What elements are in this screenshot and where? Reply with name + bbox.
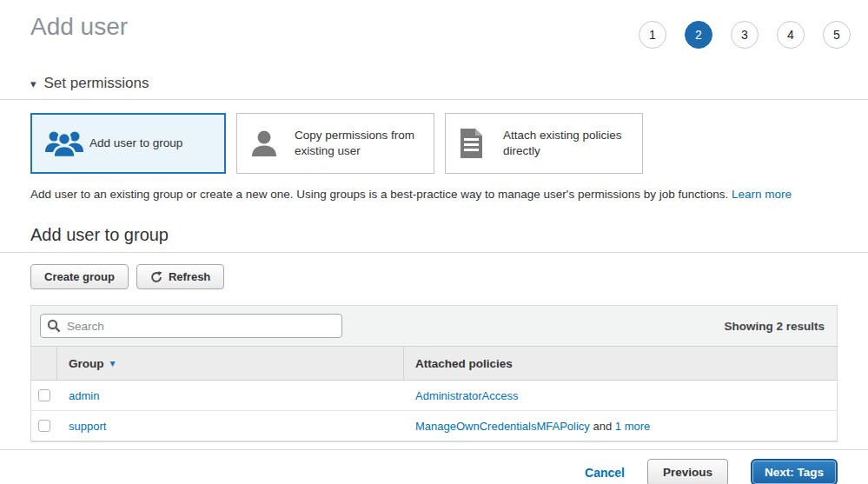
previous-button[interactable]: Previous (647, 459, 728, 484)
divider (0, 252, 868, 253)
group-link[interactable]: admin (69, 389, 99, 402)
description-text: Add user to an existing group or create … (30, 188, 728, 201)
option-attach-policies[interactable]: Attach existing policies directly (445, 113, 643, 174)
step-2-current[interactable]: 2 (685, 21, 712, 49)
wizard-steps: 1 2 3 4 5 (639, 14, 851, 49)
option-copy-permissions[interactable]: Copy permissions from existing user (236, 113, 434, 174)
table-toolbar: Showing 2 results (31, 306, 837, 346)
step-1[interactable]: 1 (639, 21, 666, 49)
refresh-icon (150, 271, 162, 283)
document-icon (458, 128, 503, 159)
refresh-button[interactable]: Refresh (136, 264, 224, 289)
search-icon (47, 319, 61, 335)
group-link[interactable]: support (69, 420, 106, 433)
learn-more-link[interactable]: Learn more (732, 188, 792, 201)
step-4[interactable]: 4 (777, 21, 805, 49)
group-actions: Create group Refresh (30, 264, 838, 289)
divider (0, 99, 868, 100)
more-policies-link[interactable]: 1 more (615, 420, 650, 433)
row-checkbox[interactable] (38, 389, 50, 401)
collapse-triangle-icon: ▾ (30, 78, 36, 90)
table-row: support ManageOwnCredentialsMFAPolicy an… (31, 411, 837, 441)
policy-link[interactable]: ManageOwnCredentialsMFAPolicy (415, 420, 590, 433)
option-label: Add user to group (89, 136, 182, 151)
step-5[interactable]: 5 (823, 21, 851, 49)
groups-table: Showing 2 results Group ▾ Attached polic… (30, 305, 838, 442)
step-3[interactable]: 3 (731, 21, 759, 49)
permissions-description: Add user to an existing group or create … (30, 188, 838, 201)
set-permissions-header[interactable]: ▾ Set permissions (30, 75, 838, 92)
cancel-button[interactable]: Cancel (585, 466, 625, 480)
next-tags-button[interactable]: Next: Tags (751, 459, 838, 484)
option-label: Attach existing policies directly (503, 128, 633, 158)
user-icon (249, 129, 295, 158)
policies-header-label: Attached policies (415, 357, 513, 370)
create-group-button[interactable]: Create group (30, 264, 129, 289)
option-add-user-to-group[interactable]: Add user to group (30, 113, 226, 174)
header-checkbox-cell (31, 347, 57, 380)
policy-suffix: and (590, 420, 615, 433)
page-title: Add user (30, 14, 128, 41)
search-input[interactable] (40, 314, 342, 338)
wizard-footer: Cancel Previous Next: Tags (0, 449, 868, 484)
permission-option-cards: Add user to group Copy permissions from … (30, 113, 838, 174)
group-header-label: Group (69, 357, 104, 370)
user-group-icon (44, 129, 89, 158)
table-header-row: Group ▾ Attached policies (31, 346, 837, 381)
option-label: Copy permissions from existing user (295, 128, 425, 158)
row-checkbox[interactable] (38, 420, 50, 432)
results-count: Showing 2 results (724, 320, 828, 333)
policies-column-header: Attached policies (404, 347, 837, 380)
group-column-header[interactable]: Group ▾ (57, 347, 404, 380)
sort-desc-icon[interactable]: ▾ (110, 357, 116, 369)
group-section-heading: Add user to group (30, 225, 838, 245)
set-permissions-label: Set permissions (44, 75, 149, 92)
table-row: admin AdministratorAccess (31, 381, 837, 411)
page-header: Add user 1 2 3 4 5 (0, 0, 868, 49)
refresh-label: Refresh (169, 270, 210, 283)
policy-link[interactable]: AdministratorAccess (415, 389, 518, 402)
